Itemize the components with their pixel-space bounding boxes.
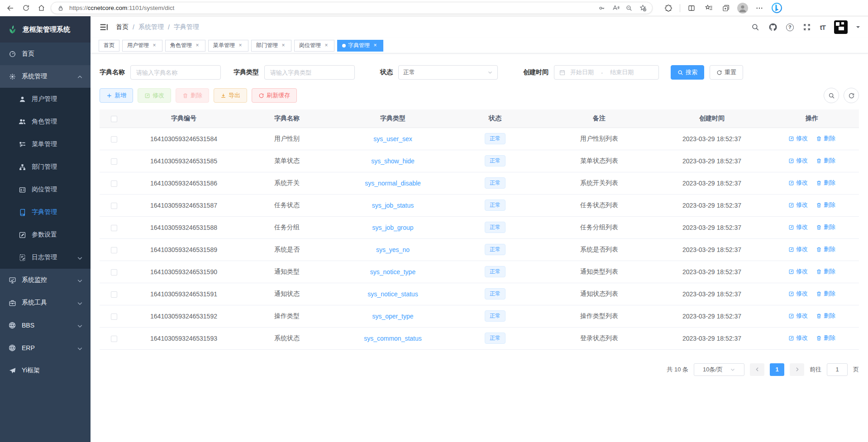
row-delete-link[interactable]: 删除 <box>816 201 835 209</box>
row-delete-link[interactable]: 删除 <box>816 134 835 143</box>
sidebar-item-system[interactable]: 系统管理 <box>0 65 91 88</box>
dict-type-link[interactable]: sys_job_status <box>372 202 414 209</box>
dict-type-link[interactable]: sys_notice_type <box>370 268 415 276</box>
help-icon[interactable]: ? <box>786 24 794 31</box>
sidebar-item-home[interactable]: 首页 <box>0 43 91 65</box>
tab-home[interactable]: 首页 <box>99 40 119 52</box>
row-edit-link[interactable]: 修改 <box>788 245 808 253</box>
tab-close-icon[interactable]: × <box>280 43 286 49</box>
refresh-table-button[interactable] <box>844 88 859 103</box>
export-button[interactable]: 导出 <box>214 88 247 103</box>
row-checkbox[interactable] <box>111 336 117 342</box>
tab-close-icon[interactable]: × <box>194 43 200 49</box>
sidebar-item-dept[interactable]: 部门管理 <box>0 156 91 178</box>
back-icon[interactable] <box>5 2 16 14</box>
page-size-select[interactable]: 10条/页 <box>694 363 744 376</box>
row-edit-link[interactable]: 修改 <box>788 334 808 342</box>
tab-menu[interactable]: 菜单管理× <box>208 40 248 52</box>
sidebar-item-bbs[interactable]: BBS <box>0 314 91 337</box>
refresh-cache-button[interactable]: 刷新缓存 <box>252 88 297 103</box>
favorites-bar-icon[interactable] <box>703 2 715 14</box>
github-icon[interactable] <box>768 23 777 32</box>
address-bar[interactable]: https://ccnetcore.com:1101/system/dict <box>51 2 653 14</box>
sidebar-item-user[interactable]: 用户管理 <box>0 88 91 110</box>
next-page-button[interactable] <box>790 363 804 376</box>
row-checkbox[interactable] <box>111 291 117 298</box>
row-edit-link[interactable]: 修改 <box>788 267 808 276</box>
row-checkbox[interactable] <box>111 203 117 209</box>
add-button[interactable]: 新增 <box>100 88 133 103</box>
current-page-button[interactable]: 1 <box>770 363 784 376</box>
row-checkbox[interactable] <box>111 247 117 253</box>
sidebar-item-post[interactable]: 岗位管理 <box>0 178 91 201</box>
dict-type-link[interactable]: sys_job_group <box>372 224 413 231</box>
zoom-out-icon[interactable] <box>624 3 634 13</box>
row-delete-link[interactable]: 删除 <box>816 290 835 298</box>
row-edit-link[interactable]: 修改 <box>788 290 808 298</box>
toggle-search-button[interactable] <box>824 88 839 103</box>
breadcrumb-home[interactable]: 首页 <box>116 23 129 31</box>
text-size-icon[interactable]: tT <box>820 24 825 31</box>
sidebar-item-log[interactable]: 日志管理 <box>0 246 91 269</box>
user-avatar[interactable] <box>834 20 848 34</box>
row-edit-link[interactable]: 修改 <box>788 157 808 165</box>
row-edit-link[interactable]: 修改 <box>788 179 808 187</box>
row-delete-link[interactable]: 删除 <box>816 245 835 253</box>
tab-dept[interactable]: 部门管理× <box>251 40 291 52</box>
dict-type-link[interactable]: sys_show_hide <box>371 157 415 165</box>
row-edit-link[interactable]: 修改 <box>788 223 808 231</box>
bing-copilot-icon[interactable] <box>771 2 782 14</box>
select-all-checkbox[interactable] <box>111 116 117 122</box>
sidebar-item-tool[interactable]: 系统工具 <box>0 291 91 314</box>
row-checkbox[interactable] <box>111 269 117 276</box>
read-aloud-icon[interactable] <box>610 3 620 13</box>
row-delete-link[interactable]: 删除 <box>816 223 835 231</box>
dict-type-link[interactable]: sys_normal_disable <box>365 180 421 187</box>
refresh-icon[interactable] <box>20 2 32 14</box>
more-options-icon[interactable] <box>754 2 765 14</box>
browser-profile-avatar[interactable] <box>737 3 748 14</box>
edit-button[interactable]: 修改 <box>138 88 171 103</box>
row-checkbox[interactable] <box>111 158 117 165</box>
tab-post[interactable]: 岗位管理× <box>294 40 334 52</box>
row-edit-link[interactable]: 修改 <box>788 201 808 209</box>
favorite-add-icon[interactable] <box>638 3 648 13</box>
sidebar-item-erp[interactable]: ERP <box>0 337 91 359</box>
dict-type-link[interactable]: sys_common_status <box>364 335 422 342</box>
chevron-down-icon[interactable] <box>856 26 860 30</box>
dict-type-link[interactable]: sys_yes_no <box>376 246 410 253</box>
sidebar-item-param[interactable]: 参数设置 <box>0 223 91 246</box>
row-delete-link[interactable]: 删除 <box>816 157 835 165</box>
goto-page-input[interactable] <box>827 363 848 376</box>
status-select[interactable]: 正常 <box>398 65 498 80</box>
row-delete-link[interactable]: 删除 <box>816 312 835 320</box>
sidebar-item-dict[interactable]: 字典管理 <box>0 201 91 223</box>
tab-close-icon[interactable]: × <box>372 43 378 49</box>
tab-user[interactable]: 用户管理× <box>122 40 162 52</box>
prev-page-button[interactable] <box>750 363 764 376</box>
tab-close-icon[interactable]: × <box>323 43 329 49</box>
dict-type-link[interactable]: sys_oper_type <box>372 313 413 320</box>
dict-type-link[interactable]: sys_user_sex <box>373 135 412 143</box>
row-checkbox[interactable] <box>111 314 117 320</box>
home-icon[interactable] <box>35 2 47 14</box>
tab-dict[interactable]: 字典管理× <box>337 40 383 52</box>
split-screen-icon[interactable] <box>686 2 697 14</box>
sidebar-item-yi[interactable]: Yi框架 <box>0 359 91 382</box>
row-checkbox[interactable] <box>111 225 117 231</box>
tab-role[interactable]: 角色管理× <box>165 40 205 52</box>
search-button[interactable]: 搜索 <box>671 65 704 80</box>
row-delete-link[interactable]: 删除 <box>816 334 835 342</box>
fullscreen-icon[interactable] <box>802 23 811 32</box>
row-checkbox[interactable] <box>111 181 117 187</box>
date-range-picker[interactable]: 开始日期 - 结束日期 <box>554 65 659 80</box>
sidebar-item-menu[interactable]: 菜单管理 <box>0 133 91 156</box>
sidebar-collapse-icon[interactable] <box>99 22 109 32</box>
tab-close-icon[interactable]: × <box>151 43 157 49</box>
sidebar-item-monitor[interactable]: 系统监控 <box>0 269 91 291</box>
row-checkbox[interactable] <box>111 136 117 143</box>
reset-button[interactable]: 重置 <box>710 65 743 80</box>
tab-close-icon[interactable]: × <box>237 43 243 49</box>
dict-name-input[interactable] <box>130 65 221 80</box>
row-edit-link[interactable]: 修改 <box>788 312 808 320</box>
